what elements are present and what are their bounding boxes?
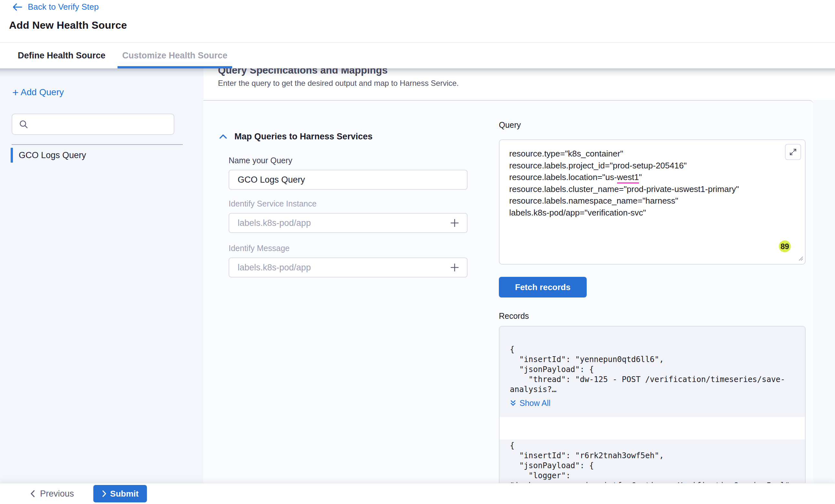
show-all-label: Show All: [520, 398, 551, 408]
query-form: Name your Query Identify Service Instanc…: [229, 155, 468, 277]
query-name-field-wrap: [229, 170, 468, 190]
add-health-source-page: Back to Verify Step Add New Health Sourc…: [0, 0, 835, 504]
resize-grip[interactable]: [798, 256, 803, 262]
sidebar-divider: [12, 144, 183, 145]
char-count-badge: 89: [779, 240, 791, 252]
service-instance-add-button[interactable]: [448, 216, 461, 229]
query-item-label: GCO Logs Query: [19, 150, 86, 160]
show-all-link[interactable]: Show All: [510, 398, 795, 408]
page-title: Add New Health Source: [9, 19, 127, 31]
name-your-query-label: Name your Query: [229, 155, 468, 165]
chevron-left-icon: [30, 489, 36, 498]
identify-service-instance-label: Identify Service Instance: [229, 199, 468, 208]
page-header: Back to Verify Step Add New Health Sourc…: [0, 0, 835, 43]
add-query-label: Add Query: [21, 87, 64, 98]
submit-label: Submit: [110, 489, 139, 499]
section-body: Map Queries to Harness Services Name you…: [203, 100, 813, 483]
health-source-tab-bar: Define Health Source Customize Health So…: [0, 43, 835, 68]
query-text: resource.type="k8s_container"resource.la…: [509, 148, 795, 218]
fetch-records-button[interactable]: Fetch records: [499, 277, 587, 297]
back-to-verify-step-link[interactable]: Back to Verify Step: [12, 2, 99, 12]
arrow-left-icon: [12, 2, 23, 12]
service-instance-field-wrap: [229, 213, 468, 233]
main-panel: Query Specifications and Mappings Enter …: [203, 68, 835, 483]
wizard-footer: Previous Submit: [0, 483, 835, 504]
map-queries-header: Map Queries to Harness Services: [219, 129, 487, 144]
identify-message-label: Identify Message: [229, 243, 468, 253]
search-icon: [19, 119, 28, 129]
identify-message-field-wrap: [229, 257, 468, 277]
add-query-button[interactable]: + Add Query: [12, 87, 64, 98]
back-link-label: Back to Verify Step: [28, 2, 99, 12]
query-list-item-gco-logs[interactable]: GCO Logs Query: [11, 148, 86, 163]
query-editor[interactable]: resource.type="k8s_container"resource.la…: [499, 140, 806, 265]
query-search-box: [12, 113, 175, 135]
map-queries-section: Map Queries to Harness Services Name you…: [219, 129, 487, 277]
double-chevron-down-icon: [510, 399, 516, 407]
content-area: + Add Query GCO Logs Query Query Specifi…: [0, 68, 835, 483]
previous-label: Previous: [40, 489, 74, 499]
record-json: { "insertId": "yennepun0qtd6ll6", "jsonP…: [510, 344, 795, 395]
right-gutter: [813, 100, 835, 483]
query-records-column: Query resource.type="k8s_container"resou…: [499, 120, 806, 485]
collapse-chevron-up-icon[interactable]: [219, 133, 227, 140]
chevron-right-icon: [102, 490, 107, 498]
query-label: Query: [499, 120, 806, 130]
submit-button[interactable]: Submit: [93, 485, 147, 502]
records-label: Records: [499, 311, 806, 321]
record-json: { "insertId": "r6rk2tnah3owf5eh", "jsonP…: [510, 441, 795, 485]
query-search-input[interactable]: [33, 119, 168, 129]
tab-define-health-source[interactable]: Define Health Source: [13, 43, 110, 68]
section-header: Query Specifications and Mappings Enter …: [203, 68, 835, 100]
section-title: Query Specifications and Mappings: [218, 68, 835, 78]
selected-indicator-bar: [11, 148, 13, 163]
tab-customize-health-source[interactable]: Customize Health Source: [118, 43, 232, 68]
expand-fullscreen-button[interactable]: [785, 144, 801, 160]
plus-icon: +: [12, 88, 19, 97]
section-subtitle: Enter the query to get the desired outpu…: [218, 78, 835, 88]
identify-message-input[interactable]: [238, 262, 448, 273]
map-queries-title: Map Queries to Harness Services: [235, 132, 373, 142]
records-panel: { "insertId": "yennepun0qtd6ll6", "jsonP…: [499, 326, 806, 485]
query-name-input[interactable]: [238, 175, 461, 185]
record-card: { "insertId": "yennepun0qtd6ll6", "jsonP…: [500, 327, 805, 417]
previous-button[interactable]: Previous: [30, 489, 74, 499]
query-sidebar: + Add Query GCO Logs Query: [0, 68, 203, 483]
identify-message-add-button[interactable]: [448, 261, 461, 274]
record-card: { "insertId": "r6rk2tnah3owf5eh", "jsonP…: [500, 439, 805, 485]
service-instance-input[interactable]: [238, 218, 448, 228]
